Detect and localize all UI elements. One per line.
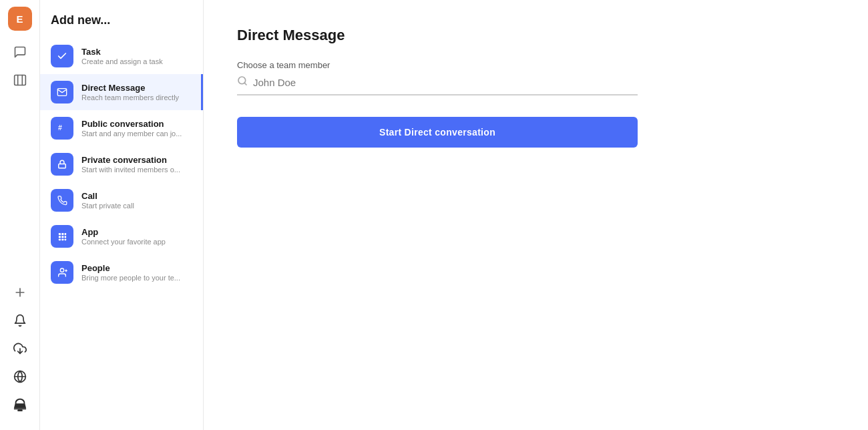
svg-rect-11 [59, 164, 66, 168]
main-title: Direct Message [237, 27, 835, 44]
app-label: App [81, 227, 166, 237]
svg-rect-15 [58, 236, 60, 238]
panel-title: Add new... [40, 13, 203, 38]
start-direct-conversation-button[interactable]: Start Direct conversation [237, 117, 638, 148]
private-conversation-desc: Start with invited members o... [81, 166, 180, 174]
menu-item-people[interactable]: People Bring more people to your te... [40, 254, 203, 290]
globe-icon[interactable] [8, 365, 32, 389]
people-label: People [81, 263, 180, 273]
icon-bar-bottom [8, 280, 32, 423]
private-conversation-text: Private conversation Start with invited … [81, 155, 180, 174]
task-text: Task Create and assign a task [81, 47, 163, 65]
direct-message-text: Direct Message Reach team members direct… [81, 83, 179, 101]
people-desc: Bring more people to your te... [81, 274, 180, 282]
call-icon [51, 189, 73, 212]
svg-rect-16 [61, 236, 63, 238]
hat-icon[interactable] [8, 393, 32, 417]
contacts-icon[interactable] [8, 68, 32, 92]
task-label: Task [81, 47, 163, 57]
menu-item-call[interactable]: Call Start private call [40, 182, 203, 218]
public-conversation-label: Public conversation [81, 119, 182, 129]
public-conversation-icon: # [51, 117, 73, 140]
svg-rect-14 [64, 232, 66, 234]
svg-rect-20 [64, 238, 66, 240]
avatar[interactable]: E [8, 7, 32, 31]
svg-rect-12 [58, 232, 60, 234]
call-label: Call [81, 191, 134, 201]
main-content: Direct Message Choose a team member Star… [204, 0, 868, 430]
direct-message-icon [51, 81, 73, 103]
menu-item-task[interactable]: Task Create and assign a task [40, 38, 203, 74]
svg-rect-0 [14, 75, 25, 85]
private-conversation-icon [51, 153, 73, 176]
call-desc: Start private call [81, 202, 134, 210]
chat-icon[interactable] [8, 40, 32, 64]
app-icon [51, 225, 73, 248]
task-desc: Create and assign a task [81, 57, 163, 65]
people-icon [51, 261, 73, 284]
add-icon[interactable] [8, 280, 32, 304]
search-input[interactable] [253, 77, 638, 88]
svg-rect-8 [13, 409, 25, 410]
svg-line-25 [244, 83, 246, 85]
left-panel: Add new... Task Create and assign a task… [40, 0, 204, 430]
public-conversation-text: Public conversation Start and any member… [81, 119, 182, 138]
svg-rect-19 [61, 238, 63, 240]
icon-bar: E [0, 0, 40, 430]
private-conversation-label: Private conversation [81, 155, 180, 165]
public-conversation-desc: Start and any member can jo... [81, 130, 182, 138]
menu-item-private-conversation[interactable]: Private conversation Start with invited … [40, 146, 203, 182]
search-input-wrapper [237, 75, 638, 95]
svg-rect-17 [64, 236, 66, 238]
menu-item-direct-message[interactable]: Direct Message Reach team members direct… [40, 74, 203, 110]
task-icon [51, 45, 73, 67]
menu-item-public-conversation[interactable]: # Public conversation Start and any memb… [40, 110, 203, 146]
menu-item-app[interactable]: App Connect your favorite app [40, 218, 203, 254]
bell-icon[interactable] [8, 308, 32, 333]
svg-rect-9 [17, 409, 22, 411]
search-icon [237, 75, 248, 89]
direct-message-label: Direct Message [81, 83, 179, 93]
direct-message-desc: Reach team members directly [81, 93, 179, 101]
form-label: Choose a team member [237, 60, 835, 70]
call-text: Call Start private call [81, 191, 134, 210]
svg-point-21 [60, 268, 63, 272]
app-text: App Connect your favorite app [81, 227, 166, 246]
app-desc: Connect your favorite app [81, 238, 166, 246]
download-icon[interactable] [8, 337, 32, 361]
svg-rect-18 [58, 238, 60, 240]
svg-rect-13 [61, 232, 63, 234]
people-text: People Bring more people to your te... [81, 263, 180, 282]
svg-text:#: # [58, 124, 62, 132]
